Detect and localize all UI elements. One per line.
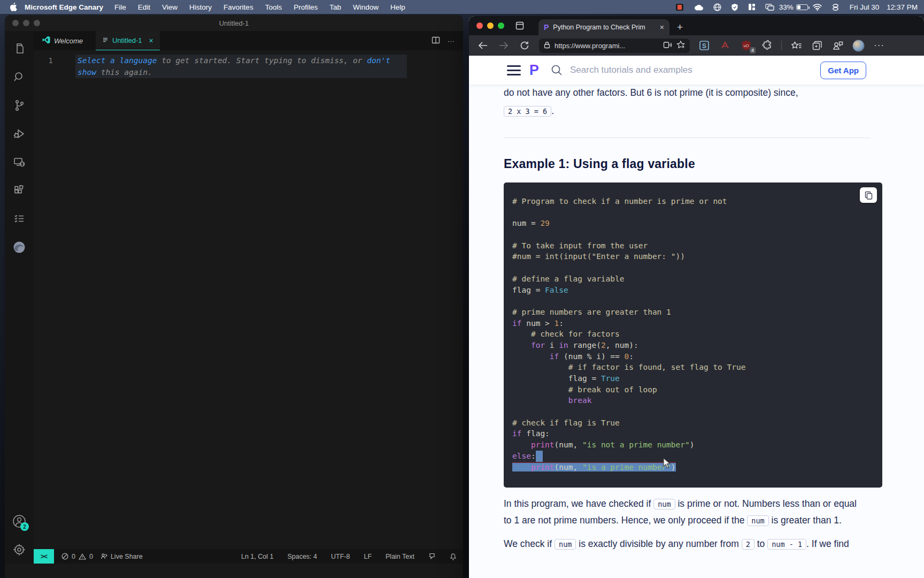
code-line[interactable]: # define a flag variable [512,273,882,285]
eol-sequence[interactable]: LF [364,553,372,560]
shield-check-icon[interactable] [731,3,738,11]
globe-icon[interactable] [713,3,721,11]
settings-dots-icon[interactable]: ··· [873,40,886,51]
apple-menu-icon[interactable] [6,3,20,11]
menu-window[interactable]: Window [353,3,379,11]
new-tab-button[interactable]: + [677,21,683,33]
tab-welcome[interactable]: Welcome [36,31,89,50]
settings-gear-icon[interactable] [5,535,34,564]
close-window-button[interactable] [476,22,483,29]
more-actions-icon[interactable]: ··· [448,37,455,45]
code-line[interactable]: for i in range(2, num): [512,340,882,351]
code-line[interactable]: print(num, "is a prime number") [512,462,882,473]
copy-code-button[interactable] [860,187,877,203]
hamburger-menu-icon[interactable] [507,65,521,75]
menu-history[interactable]: History [189,3,212,11]
menu-date[interactable]: Fri Jul 30 [850,3,880,11]
extensions-icon[interactable] [5,176,34,204]
edge-devtools-icon[interactable] [5,233,34,261]
now-playing-icon[interactable] [831,4,840,11]
tab-search-icon[interactable] [515,21,525,33]
tab-untitled-1[interactable]: Untitled-1 × [96,31,160,50]
menu-help[interactable]: Help [390,3,405,11]
encoding[interactable]: UTF-8 [331,553,350,560]
split-editor-icon[interactable] [432,36,440,46]
menu-favorites[interactable]: Favorites [224,3,253,11]
menu-file[interactable]: File [114,3,126,11]
problems-indicator[interactable]: 0 0 [61,553,93,560]
back-icon[interactable] [476,41,489,50]
cursor-position[interactable]: Ln 1, Col 1 [241,553,273,560]
code-line[interactable]: if num > 1: [512,318,882,329]
tab-close-icon[interactable]: × [149,36,153,45]
tab-close-icon[interactable]: × [660,23,664,32]
indentation[interactable]: Spaces: 4 [287,553,317,560]
menu-time[interactable]: 12:37 PM [887,3,918,11]
code-line[interactable]: # check if flag is True [512,417,882,429]
code-line[interactable]: print(num, "is not a prime number") [512,439,882,451]
menu-edit[interactable]: Edit [138,3,150,11]
code-line[interactable] [512,406,882,417]
code-line[interactable]: num = 29 [512,218,882,229]
onedrive-icon[interactable] [694,4,704,11]
code-lines[interactable]: # Program to check if a number is prime … [512,196,882,473]
code-block[interactable]: # Program to check if a number is prime … [504,182,882,488]
battery-indicator[interactable]: 33% [779,3,808,11]
code-line[interactable] [512,262,882,273]
accounts-icon[interactable]: 2 [5,507,34,535]
code-line[interactable]: #num = int(input("Enter a number: ")) [512,251,882,262]
extensions-puzzle-icon[interactable] [760,40,773,51]
explorer-icon[interactable] [5,34,34,63]
feedback-icon[interactable] [428,553,436,560]
code-line[interactable]: flag = True [512,373,882,384]
menu-app-name[interactable]: Microsoft Edge Canary [25,3,103,11]
programiz-logo[interactable]: P [529,62,539,79]
menu-tools[interactable]: Tools [265,3,282,11]
profile-feedback-icon[interactable] [831,41,844,50]
search-icon[interactable] [5,63,34,91]
browser-traffic-lights[interactable] [476,22,504,29]
menu-tab[interactable]: Tab [329,3,341,11]
remote-explorer-icon[interactable] [5,148,34,176]
get-app-button[interactable]: Get App [820,62,866,79]
red-ext-icon[interactable] [719,40,732,51]
code-line[interactable]: # To take input from the user [512,240,882,252]
forward-icon[interactable] [497,41,510,50]
code-line[interactable]: # check for factors [512,329,882,340]
remote-indicator[interactable]: >< [34,549,54,564]
code-line[interactable]: # Program to check if a number is prime … [512,196,882,207]
profile-avatar[interactable] [852,40,865,52]
collections-icon[interactable] [811,41,823,50]
favorites-star-icon[interactable] [790,41,803,50]
site-search[interactable]: Search tutorials and examples [551,64,692,76]
code-line[interactable]: if flag: [512,428,882,439]
url-text[interactable]: https://www.programi... [555,42,659,50]
notifications-bell-icon[interactable] [450,553,457,560]
code-line[interactable] [512,295,882,307]
zoom-window-button[interactable] [498,22,504,29]
refresh-icon[interactable] [518,41,531,50]
minimize-window-button[interactable] [487,22,494,29]
code-line[interactable]: # break out of loop [512,384,882,396]
menu-profiles[interactable]: Profiles [294,3,318,11]
add-favorite-icon[interactable] [676,41,685,50]
code-line[interactable]: if (num % i) == 0: [512,351,882,362]
address-bar[interactable]: https://www.programi... [539,39,690,53]
editor-area[interactable]: 1 Select a language to get started. Star… [34,50,463,549]
source-control-icon[interactable] [5,91,34,119]
read-aloud-icon[interactable] [663,41,672,50]
checklist-icon[interactable] [5,204,34,233]
ublock-icon[interactable]: uO4 [740,40,752,51]
session-ext-icon[interactable]: S [698,40,711,51]
wifi-icon[interactable] [813,4,822,11]
tiles-icon[interactable] [748,3,756,11]
code-line[interactable]: # prime numbers are greater than 1 [512,307,882,318]
run-debug-icon[interactable] [5,119,34,148]
live-share-button[interactable]: Live Share [101,553,143,560]
code-line[interactable] [512,229,882,240]
code-line[interactable] [512,207,882,218]
keynote-icon[interactable] [675,3,684,11]
code-line[interactable]: else: [512,451,882,462]
select-language-link[interactable]: Select a language [78,56,157,65]
screen-mirror-icon[interactable] [765,4,774,11]
